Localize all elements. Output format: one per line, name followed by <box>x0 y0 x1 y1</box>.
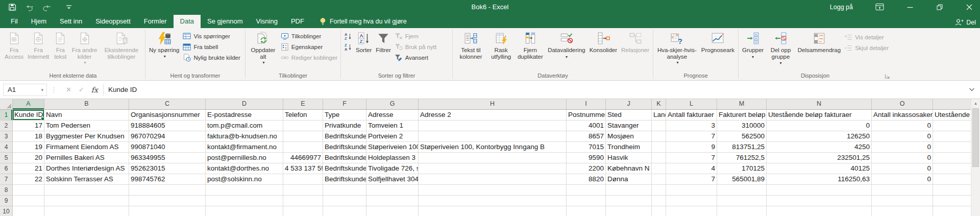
skjul-detaljer-button[interactable]: Skjul detaljer <box>843 42 890 53</box>
restore-window-button[interactable] <box>936 4 943 11</box>
row-header-6[interactable]: 6 <box>0 163 13 174</box>
cell-N9[interactable] <box>767 196 872 206</box>
cell-L5[interactable]: 7 <box>666 153 717 163</box>
cell-F6[interactable]: Bedriftskunde <box>323 163 366 174</box>
cell-B1[interactable]: Navn <box>44 110 129 121</box>
fra-andre-kilder-button[interactable]: Fra andre kilder▾ <box>70 29 99 72</box>
cell-H3[interactable] <box>419 131 567 142</box>
row-header-5[interactable]: 5 <box>0 153 13 163</box>
cell-D8[interactable] <box>206 185 283 196</box>
cell-P7[interactable] <box>933 174 971 185</box>
cell-B9[interactable] <box>44 196 129 206</box>
cell-D4[interactable]: kontakt@firmament.no <box>206 142 283 153</box>
cell-K6[interactable] <box>652 163 666 174</box>
cell-L6[interactable]: 4 <box>666 163 717 174</box>
grupper-button[interactable]: Grupper▾ <box>741 29 765 72</box>
scrollbar-thumb[interactable] <box>972 108 979 167</box>
cell-I4[interactable]: 7015 <box>567 142 606 153</box>
cell-K7[interactable] <box>652 174 666 185</box>
cell-P1[interactable]: Utestående <box>933 110 971 121</box>
redo-button[interactable] <box>42 3 51 11</box>
fjern-duplikater-button[interactable]: Fjern duplikater <box>515 29 545 72</box>
cell-E1[interactable]: Telefon <box>283 110 323 121</box>
cell-A5[interactable]: 20 <box>13 153 44 163</box>
cell-G4[interactable]: Støperiveien 100 <box>366 142 419 153</box>
row-header-3[interactable]: 3 <box>0 131 13 142</box>
column-header-F[interactable]: F <box>323 99 366 109</box>
cell-P3[interactable] <box>933 131 971 142</box>
cell-G5[interactable]: Holdeplassen 3 <box>366 153 419 163</box>
cell-H8[interactable] <box>419 185 567 196</box>
cell-D5[interactable]: post@pernillesb.no <box>206 153 283 163</box>
close-button[interactable] <box>966 4 973 11</box>
cell-M1[interactable]: Fakturert beløp <box>717 110 767 121</box>
cell-N10[interactable] <box>767 206 872 216</box>
ribbon-display-options-button[interactable] <box>875 3 884 11</box>
cell-A9[interactable] <box>13 196 44 206</box>
cell-L7[interactable]: 7 <box>666 174 717 185</box>
cell-I8[interactable] <box>567 185 606 196</box>
cell-H5[interactable] <box>419 153 567 163</box>
cell-J4[interactable]: Trondheim <box>606 142 652 153</box>
column-header-A[interactable]: A <box>13 99 44 109</box>
cell-J9[interactable] <box>606 196 652 206</box>
cell-A4[interactable]: 19 <box>13 142 44 153</box>
bruk-pa-nytt-button[interactable]: Bruk på nytt <box>393 41 438 52</box>
cell-N6[interactable]: 40125 <box>767 163 872 174</box>
cell-I10[interactable] <box>567 206 606 216</box>
insert-function-icon[interactable]: fx <box>91 86 98 94</box>
cell-G10[interactable] <box>366 206 419 216</box>
cell-E7[interactable] <box>283 174 323 185</box>
egenskaper-button[interactable]: Egenskaper <box>279 41 339 52</box>
cell-F9[interactable] <box>323 196 366 206</box>
cell-A8[interactable] <box>13 185 44 196</box>
confirm-entry-icon[interactable]: ✓ <box>79 86 84 93</box>
cell-K10[interactable] <box>652 206 666 216</box>
cell-I2[interactable]: 4001 <box>567 121 606 131</box>
cell-O2[interactable]: 0 <box>872 121 933 131</box>
konsolider-button[interactable]: Konsolider <box>588 29 619 72</box>
cell-J6[interactable]: Købehnavn N <box>606 163 652 174</box>
prognoseark-button[interactable]: Prognoseark <box>700 29 736 72</box>
row-header-8[interactable]: 8 <box>0 185 13 196</box>
cell-P9[interactable] <box>933 196 971 206</box>
cell-F10[interactable] <box>323 206 366 216</box>
column-header-C[interactable]: C <box>129 99 206 109</box>
del-opp-gruppe-button[interactable]: Del opp gruppe▾ <box>766 29 795 72</box>
column-header-J[interactable]: J <box>606 99 652 109</box>
cell-D1[interactable]: E-postadresse <box>206 110 283 121</box>
cell-F5[interactable]: Bedriftskunde <box>323 153 366 163</box>
ny-sporring-button[interactable]: Ny spørring▾ <box>148 29 181 72</box>
row-header-2[interactable]: 2 <box>0 121 13 131</box>
row-header-10[interactable]: 10 <box>0 206 13 216</box>
cell-P8[interactable] <box>933 185 971 196</box>
cell-G7[interactable]: Solfjellhavet 304 <box>366 174 419 185</box>
cell-E8[interactable] <box>283 185 323 196</box>
column-header-K[interactable]: K <box>652 99 666 109</box>
cell-B10[interactable] <box>44 206 129 216</box>
fjern-filter-button[interactable]: Fjern <box>393 31 438 41</box>
tell-me-box[interactable]: Fortell meg hva du vil gjøre <box>319 17 407 26</box>
cell-F7[interactable]: Bedriftskunde <box>323 174 366 185</box>
cell-O6[interactable]: 0 <box>872 163 933 174</box>
fra-access-button[interactable]: Fra Access <box>3 29 25 72</box>
column-header-D[interactable]: D <box>206 99 283 109</box>
cell-K9[interactable] <box>652 196 666 206</box>
cell-D2[interactable]: tom.p@cmail.com <box>206 121 283 131</box>
tab-formler[interactable]: Formler <box>137 15 174 28</box>
cell-A2[interactable]: 17 <box>13 121 44 131</box>
cell-L8[interactable] <box>666 185 717 196</box>
cell-C2[interactable]: 918884605 <box>129 121 206 131</box>
tab-sideoppsett[interactable]: Sideoppsett <box>89 15 137 28</box>
rask-utfylling-button[interactable]: Rask utfylling <box>488 29 514 72</box>
cell-M3[interactable]: 562500 <box>717 131 767 142</box>
cell-D3[interactable]: faktura@b-knudsen.no <box>206 131 283 142</box>
cell-B5[interactable]: Pernilles Bakeri AS <box>44 153 129 163</box>
cell-C7[interactable]: 998745762 <box>129 174 206 185</box>
cell-L1[interactable]: Antall fakturaer <box>666 110 717 121</box>
cell-M4[interactable]: 813751,25 <box>717 142 767 153</box>
cell-H9[interactable] <box>419 196 567 206</box>
delsammendrag-button[interactable]: Delsammendrag <box>796 29 842 72</box>
sorter-button[interactable]: AZ Sorter <box>354 29 373 72</box>
sign-in-link[interactable]: Logg på <box>830 4 853 11</box>
